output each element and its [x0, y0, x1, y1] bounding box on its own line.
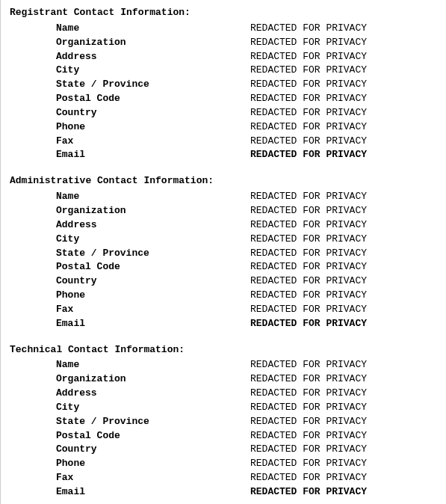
- field-value: REDACTED FOR PRIVACY: [250, 289, 437, 303]
- contact-row: State / ProvinceREDACTED FOR PRIVACY: [10, 415, 437, 429]
- field-label: Email: [56, 148, 250, 162]
- contact-row: NameREDACTED FOR PRIVACY: [10, 358, 437, 372]
- field-value: REDACTED FOR PRIVACY: [250, 303, 437, 317]
- field-label: Fax: [56, 135, 250, 149]
- field-value: REDACTED FOR PRIVACY: [250, 190, 437, 204]
- field-value: REDACTED FOR PRIVACY: [250, 401, 437, 415]
- field-value: REDACTED FOR PRIVACY: [250, 471, 437, 485]
- contact-row: Postal CodeREDACTED FOR PRIVACY: [10, 260, 437, 274]
- contact-row: AddressREDACTED FOR PRIVACY: [10, 50, 437, 64]
- field-label: Address: [56, 50, 250, 64]
- field-value: REDACTED FOR PRIVACY: [250, 92, 437, 106]
- field-value: REDACTED FOR PRIVACY: [250, 204, 437, 218]
- field-value: REDACTED FOR PRIVACY: [250, 260, 437, 274]
- contact-section: Technical Contact Information:NameREDACT…: [10, 343, 437, 500]
- field-value: REDACTED FOR PRIVACY: [250, 36, 437, 50]
- field-value: REDACTED FOR PRIVACY: [250, 50, 437, 64]
- field-label: City: [56, 64, 250, 78]
- contact-row: PhoneREDACTED FOR PRIVACY: [10, 120, 437, 135]
- whois-contact-info: Registrant Contact Information:NameREDAC…: [10, 6, 437, 500]
- field-label: Name: [56, 358, 250, 372]
- contact-row: NameREDACTED FOR PRIVACY: [10, 190, 437, 204]
- contact-row: CityREDACTED FOR PRIVACY: [10, 401, 437, 415]
- field-label: Address: [56, 387, 250, 401]
- field-label: State / Province: [56, 415, 250, 429]
- contact-row: Postal CodeREDACTED FOR PRIVACY: [10, 92, 437, 106]
- field-value: REDACTED FOR PRIVACY: [250, 247, 437, 261]
- field-value: REDACTED FOR PRIVACY: [250, 274, 437, 289]
- field-label: Fax: [56, 303, 250, 317]
- field-value: REDACTED FOR PRIVACY: [250, 64, 437, 78]
- field-value: REDACTED FOR PRIVACY: [250, 233, 437, 247]
- field-value: REDACTED FOR PRIVACY: [250, 218, 437, 233]
- field-label: City: [56, 233, 250, 247]
- field-label: Phone: [56, 120, 250, 135]
- contact-row: OrganizationREDACTED FOR PRIVACY: [10, 204, 437, 218]
- field-label: City: [56, 401, 250, 415]
- contact-row: EmailREDACTED FOR PRIVACY: [10, 485, 437, 500]
- field-label: Email: [56, 317, 250, 331]
- contact-row: CountryREDACTED FOR PRIVACY: [10, 106, 437, 120]
- contact-section: Registrant Contact Information:NameREDAC…: [10, 6, 437, 162]
- field-value: REDACTED FOR PRIVACY: [250, 372, 437, 387]
- field-value: REDACTED FOR PRIVACY: [250, 317, 437, 331]
- field-label: Country: [56, 443, 250, 457]
- field-label: Country: [56, 106, 250, 120]
- field-value: REDACTED FOR PRIVACY: [250, 415, 437, 429]
- field-value: REDACTED FOR PRIVACY: [250, 135, 437, 149]
- contact-row: FaxREDACTED FOR PRIVACY: [10, 303, 437, 317]
- field-label: State / Province: [56, 78, 250, 92]
- contact-row: PhoneREDACTED FOR PRIVACY: [10, 289, 437, 303]
- section-title: Registrant Contact Information:: [10, 6, 437, 20]
- contact-row: EmailREDACTED FOR PRIVACY: [10, 317, 437, 331]
- contact-row: CountryREDACTED FOR PRIVACY: [10, 274, 437, 289]
- field-value: REDACTED FOR PRIVACY: [250, 78, 437, 92]
- field-value: REDACTED FOR PRIVACY: [250, 358, 437, 372]
- field-value: REDACTED FOR PRIVACY: [250, 106, 437, 120]
- contact-row: PhoneREDACTED FOR PRIVACY: [10, 457, 437, 471]
- section-title: Administrative Contact Information:: [10, 174, 437, 188]
- field-label: Fax: [56, 471, 250, 485]
- field-value: REDACTED FOR PRIVACY: [250, 22, 437, 36]
- contact-row: EmailREDACTED FOR PRIVACY: [10, 148, 437, 162]
- field-label: Address: [56, 218, 250, 233]
- field-label: Country: [56, 274, 250, 289]
- contact-row: FaxREDACTED FOR PRIVACY: [10, 135, 437, 149]
- field-label: State / Province: [56, 247, 250, 261]
- field-label: Organization: [56, 372, 250, 387]
- field-value: REDACTED FOR PRIVACY: [250, 485, 437, 500]
- field-label: Email: [56, 485, 250, 500]
- field-value: REDACTED FOR PRIVACY: [250, 429, 437, 443]
- field-label: Name: [56, 22, 250, 36]
- contact-row: AddressREDACTED FOR PRIVACY: [10, 387, 437, 401]
- contact-row: OrganizationREDACTED FOR PRIVACY: [10, 36, 437, 50]
- contact-row: State / ProvinceREDACTED FOR PRIVACY: [10, 78, 437, 92]
- contact-row: CountryREDACTED FOR PRIVACY: [10, 443, 437, 457]
- contact-row: CityREDACTED FOR PRIVACY: [10, 64, 437, 78]
- field-label: Phone: [56, 457, 250, 471]
- field-value: REDACTED FOR PRIVACY: [250, 148, 437, 162]
- field-label: Postal Code: [56, 260, 250, 274]
- field-value: REDACTED FOR PRIVACY: [250, 457, 437, 471]
- contact-row: Postal CodeREDACTED FOR PRIVACY: [10, 429, 437, 443]
- field-label: Name: [56, 190, 250, 204]
- field-value: REDACTED FOR PRIVACY: [250, 443, 437, 457]
- contact-row: NameREDACTED FOR PRIVACY: [10, 22, 437, 36]
- field-value: REDACTED FOR PRIVACY: [250, 387, 437, 401]
- contact-row: State / ProvinceREDACTED FOR PRIVACY: [10, 247, 437, 261]
- section-title: Technical Contact Information:: [10, 343, 437, 357]
- field-label: Organization: [56, 204, 250, 218]
- contact-row: CityREDACTED FOR PRIVACY: [10, 233, 437, 247]
- field-label: Organization: [56, 36, 250, 50]
- field-value: REDACTED FOR PRIVACY: [250, 120, 437, 135]
- field-label: Postal Code: [56, 92, 250, 106]
- contact-row: AddressREDACTED FOR PRIVACY: [10, 218, 437, 233]
- field-label: Postal Code: [56, 429, 250, 443]
- contact-section: Administrative Contact Information:NameR…: [10, 174, 437, 331]
- field-label: Phone: [56, 289, 250, 303]
- contact-row: FaxREDACTED FOR PRIVACY: [10, 471, 437, 485]
- contact-row: OrganizationREDACTED FOR PRIVACY: [10, 372, 437, 387]
